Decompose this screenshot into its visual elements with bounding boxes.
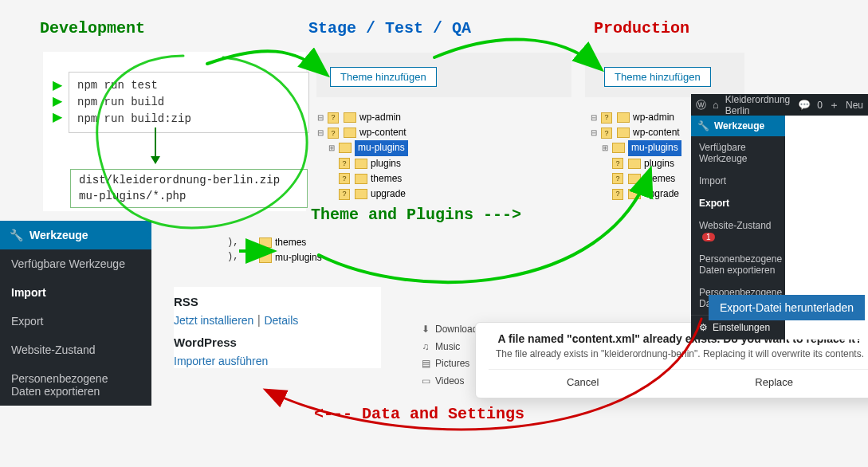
label-theme-and-plugins: Theme and Plugins ---> (311, 206, 521, 224)
folder-mu-plugins[interactable]: mu-plugins (275, 250, 322, 265)
menu-export[interactable]: Export (0, 307, 151, 336)
link-details[interactable]: Details (264, 314, 298, 327)
folder-mu-plugins[interactable]: mu-plugins (355, 140, 408, 155)
play-icon: ▶ (53, 77, 62, 92)
home-icon[interactable]: ⌂ (713, 99, 719, 111)
menu-export[interactable]: Export (691, 192, 785, 214)
code-brace: ), (227, 249, 238, 265)
music-icon: ♫ (421, 339, 430, 356)
replace-button[interactable]: Replace (755, 376, 793, 388)
import-panel: RSS Jetzt installieren | Details WordPre… (174, 287, 381, 368)
play-icon: ▶ (53, 93, 62, 108)
wp-tools-sidebar: 🔧 Werkzeuge Verfügbare Werkzeuge Import … (0, 221, 151, 406)
file-tree-prod: ⊟?wp-admin ⊟?wp-content ⊞mu-plugins ?plu… (590, 110, 689, 202)
folder-themes[interactable]: themes (371, 171, 402, 186)
import-rss-heading: RSS (174, 295, 381, 308)
folder-plugins[interactable]: plugins (371, 156, 401, 171)
link-run-importer[interactable]: Importer ausführen (174, 355, 268, 367)
wp-tools-header[interactable]: 🔧 Werkzeuge (691, 116, 785, 136)
dist-zip: dist/kleiderordnung-berlin.zip (79, 173, 299, 189)
folder-upgrade[interactable]: upgrade (371, 186, 406, 202)
pictures-icon: ▤ (421, 355, 430, 373)
heading-development: Development (40, 19, 145, 37)
folder-themes[interactable]: themes (275, 235, 306, 250)
wrench-icon: 🔧 (10, 229, 23, 241)
add-theme-button-stage[interactable]: Theme hinzufügen (330, 67, 437, 87)
cmd-build: npm run build (77, 94, 300, 111)
wp-tools-title: Werkzeuge (29, 229, 88, 241)
link-install-now[interactable]: Jetzt installieren (174, 314, 253, 327)
dist-mu: mu-plugins/*.php (79, 189, 299, 205)
file-tree-stage: ⊟?wp-admin ⊟?wp-content ⊞mu-plugins ?plu… (316, 110, 416, 202)
cmd-test: npm run test (77, 77, 300, 94)
code-brace: ), (227, 235, 238, 250)
arrow-build-to-dist (155, 128, 156, 163)
menu-available-tools[interactable]: Verfügbare Werkzeuge (691, 136, 785, 170)
wp-tools-header[interactable]: 🔧 Werkzeuge (0, 221, 151, 249)
folder-wp-content[interactable]: wp-content (359, 125, 407, 140)
health-badge: 1 (702, 233, 715, 241)
download-icon: ⬇ (421, 321, 430, 339)
menu-export-personal[interactable]: Personenbezogene Daten exportieren (0, 364, 151, 406)
cancel-button[interactable]: Cancel (567, 376, 599, 388)
comment-count: 0 (817, 100, 823, 111)
folder-videos[interactable]: ▭Videos (421, 373, 482, 390)
dist-output: dist/kleiderordnung-berlin.zip mu-plugin… (70, 169, 308, 208)
videos-icon: ▭ (421, 373, 430, 390)
heading-stage: Stage / Test / QA (308, 19, 471, 37)
label-data-and-settings: <--- Data and Settings (314, 405, 524, 423)
wp-adminbar: ⓦ ⌂ Kleiderordnung Berlin 💬 0 ＋ Neu (691, 94, 868, 116)
folder-wp-content[interactable]: wp-content (633, 125, 680, 140)
plus-icon[interactable]: ＋ (829, 98, 839, 112)
folder-mu-plugins[interactable]: mu-plugins (628, 140, 681, 155)
folder-upgrade[interactable]: upgrade (644, 186, 679, 202)
new-label[interactable]: Neu (846, 100, 863, 111)
menu-site-health[interactable]: Website-Zustand1 (691, 214, 785, 248)
folder-plugins[interactable]: plugins (644, 156, 674, 171)
cmd-zip: npm run build:zip (77, 111, 300, 128)
add-theme-button-prod[interactable]: Theme hinzufügen (604, 67, 711, 87)
site-name[interactable]: Kleiderordnung Berlin (725, 94, 791, 116)
menu-export-personal[interactable]: Personenbezogene Daten exportieren (691, 248, 785, 281)
sliders-icon: ⚙ (699, 322, 708, 333)
menu-import[interactable]: Import (691, 170, 785, 192)
play-icon: ▶ (53, 109, 62, 124)
file-tree-snippet: ), ), themes mu-plugins (259, 235, 322, 265)
export-download-button[interactable]: Export-Datei herunterladen (709, 295, 865, 320)
wrench-icon: 🔧 (697, 120, 709, 131)
npm-commands: npm run test npm run build npm run build… (69, 72, 309, 133)
folder-pictures[interactable]: ▤Pictures (421, 355, 482, 373)
comment-icon[interactable]: 💬 (798, 99, 811, 111)
os-folder-list: ⬇Downloads ♫Music ▤Pictures ▭Videos (421, 321, 482, 390)
folder-wp-admin[interactable]: wp-admin (359, 110, 401, 125)
folder-music[interactable]: ♫Music (421, 339, 482, 356)
menu-import[interactable]: Import (0, 278, 151, 307)
wordpress-icon[interactable]: ⓦ (696, 98, 706, 112)
folder-themes[interactable]: themes (644, 171, 675, 186)
folder-wp-admin[interactable]: wp-admin (633, 110, 674, 125)
folder-downloads[interactable]: ⬇Downloads (421, 321, 482, 339)
menu-site-health[interactable]: Website-Zustand (0, 336, 151, 364)
menu-available-tools[interactable]: Verfügbare Werkzeuge (0, 249, 151, 278)
import-wordpress-heading: WordPress (174, 336, 381, 349)
dialog-subtitle: The file already exists in "kleiderordnu… (489, 348, 868, 359)
heading-production: Production (594, 19, 689, 37)
